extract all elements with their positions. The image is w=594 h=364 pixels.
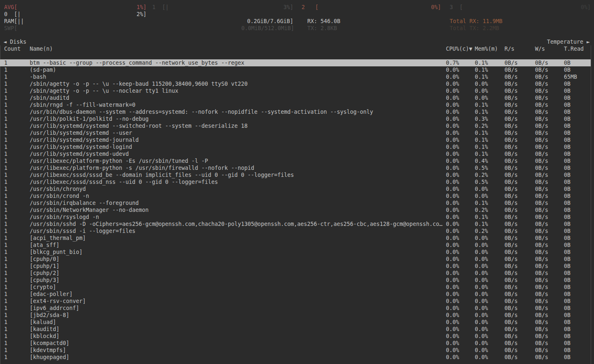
process-cpu: 0.0% — [446, 249, 459, 256]
process-rs: 0B/s — [504, 256, 518, 263]
process-row[interactable]: 1/usr/libexec/platform-python -Es /usr/s… — [0, 157, 591, 164]
process-cpu: 0.0% — [446, 242, 459, 249]
column-header-rs[interactable]: R/s — [504, 45, 514, 52]
process-count: 1 — [4, 80, 7, 87]
process-row[interactable]: 1/usr/sbin/sshd -D -oCiphers=aes256-gcm@… — [0, 221, 591, 228]
process-row[interactable]: 1[ext4-rsv-conver]0.0%0.0%0B/s0B/s0B — [0, 298, 591, 305]
process-row[interactable]: 1[cpuhp/0]0.0%0.0%0B/s0B/s0B — [0, 256, 591, 263]
process-mem: 0.0% — [475, 298, 488, 305]
process-row[interactable]: 1/usr/libexec/platform-python -s /usr/sb… — [0, 164, 591, 171]
process-row[interactable]: 1[cpuhp/3]0.0%0.0%0B/s0B/s0B — [0, 277, 591, 284]
cpu2-value: 0%] — [431, 4, 441, 11]
process-tread: 0B — [564, 270, 570, 277]
process-row[interactable]: 1btm --basic --group --process_command -… — [0, 59, 591, 66]
column-header-name[interactable]: Name(n) — [30, 45, 53, 52]
process-row[interactable]: 1-bash0.0%0.1%0B/s0B/s65MB — [0, 73, 591, 80]
process-row[interactable]: 1/usr/lib/polkit-1/polkitd --no-debug0.0… — [0, 115, 591, 122]
process-row[interactable]: 1/usr/lib/systemd/systemd-journald0.0%0.… — [0, 136, 591, 143]
process-row[interactable]: 1[crypto]0.0%0.0%0B/s0B/s0B — [0, 284, 591, 291]
process-row[interactable]: 1/usr/sbin/chronyd0.0%0.0%0B/s0B/s0B — [0, 186, 591, 193]
process-rs: 0B/s — [504, 80, 518, 87]
process-ws: 0B/s — [535, 284, 548, 291]
process-mem: 0.1% — [475, 221, 488, 228]
network-total-tx: Total TX: 2.2MB — [450, 25, 499, 32]
process-cpu: 0.0% — [446, 157, 459, 164]
process-rs: 0B/s — [504, 59, 518, 66]
process-rs: 0B/s — [504, 270, 518, 277]
process-cpu: 0.0% — [446, 108, 459, 115]
process-rs: 0B/s — [504, 326, 518, 333]
process-rs: 0B/s — [504, 235, 518, 242]
process-row[interactable]: 1/usr/lib/systemd/systemd-logind0.0%0.1%… — [0, 143, 591, 150]
process-name: -bash — [30, 73, 46, 80]
process-row[interactable]: 1/usr/sbin/irqbalance --foreground0.0%0.… — [0, 200, 591, 207]
process-row[interactable]: 1[ata_sff]0.0%0.0%0B/s0B/s0B — [0, 242, 591, 249]
column-header-tread[interactable]: T.Read — [564, 45, 584, 52]
process-row[interactable]: 1/sbin/agetty -o -p -- \u --keep-baud 11… — [0, 80, 591, 87]
process-mem: 0.0% — [475, 249, 488, 256]
column-header-ws[interactable]: W/s — [535, 45, 545, 52]
column-header-count[interactable]: Count — [4, 45, 21, 52]
process-tread: 0B — [564, 214, 570, 221]
process-name: [cpuhp/1] — [30, 263, 59, 270]
process-row[interactable]: 1/sbin/rngd -f --fill-watermark=00.0%0.1… — [0, 101, 591, 108]
process-row[interactable]: 1[cpuhp/1]0.0%0.0%0B/s0B/s0B — [0, 263, 591, 270]
process-rs: 0B/s — [504, 193, 518, 200]
process-rs: 0B/s — [504, 122, 518, 129]
process-rs: 0B/s — [504, 242, 518, 249]
process-row[interactable]: 1/usr/lib/systemd/systemd --switched-roo… — [0, 122, 591, 129]
process-count: 1 — [4, 263, 7, 270]
process-row[interactable]: 1/usr/libexec/sssd/sssd_nss --uid 0 --gi… — [0, 178, 591, 186]
tab-temperature[interactable]: Temperature ► — [547, 38, 590, 45]
process-rs: 0B/s — [504, 291, 518, 298]
process-row[interactable]: 1[khugepaged]0.0%0.0%0B/s0B/s0B — [0, 354, 591, 361]
process-row[interactable]: 1[kauditd]0.0%0.0%0B/s0B/s0B — [0, 326, 591, 333]
process-row[interactable]: 1/usr/libexec/sssd/sssd_be --domain impl… — [0, 171, 591, 178]
process-ws: 0B/s — [535, 87, 548, 94]
process-rs: 0B/s — [504, 214, 518, 221]
process-mem: 0.3% — [475, 115, 488, 122]
process-row[interactable]: 1/usr/sbin/NetworkManager --no-daemon0.0… — [0, 207, 591, 214]
process-cpu: 0.0% — [446, 354, 459, 361]
process-row[interactable]: 1/usr/sbin/sssd -i --logger=files0.0%0.2… — [0, 228, 591, 235]
process-row[interactable]: 1[cpuhp/2]0.0%0.0%0B/s0B/s0B — [0, 270, 591, 277]
process-mem: 0.0% — [475, 80, 488, 87]
process-row[interactable]: 1[jbd2/sda-8]0.0%0.0%0B/s0B/s0B — [0, 312, 591, 319]
process-row[interactable]: 1/usr/lib/systemd/systemd --user0.0%0.1%… — [0, 129, 591, 136]
process-tread: 0B — [564, 143, 570, 150]
process-cpu: 0.0% — [446, 66, 459, 73]
process-ws: 0B/s — [535, 340, 548, 347]
process-cpu: 0.0% — [446, 333, 459, 340]
process-row[interactable]: 1/sbin/auditd0.0%0.0%0B/s0B/s0B — [0, 94, 591, 101]
process-row[interactable]: 1[blkcg_punt_bio]0.0%0.0%0B/s0B/s0B — [0, 249, 591, 256]
column-header-mem[interactable]: Mem%(m) — [475, 45, 498, 52]
process-name: [kblockd] — [30, 333, 59, 340]
process-tread: 0B — [564, 221, 570, 228]
process-rs: 0B/s — [504, 340, 518, 347]
process-row[interactable]: 1[edac-poller]0.0%0.0%0B/s0B/s0B — [0, 291, 591, 298]
process-row[interactable]: 1/usr/lib/systemd/systemd-udevd0.0%0.1%0… — [0, 150, 591, 157]
process-row[interactable]: 1/usr/sbin/rsyslogd -n0.0%0.1%0B/s0B/s0B — [0, 214, 591, 221]
process-row[interactable]: 1[kblockd]0.0%0.0%0B/s0B/s0B — [0, 333, 591, 340]
process-row[interactable]: 1/usr/sbin/crond -n0.0%0.0%0B/s0B/s0B — [0, 193, 591, 200]
process-name: [cpuhp/0] — [30, 256, 59, 263]
process-row[interactable]: 1/sbin/agetty -o -p -- \u --noclear tty1… — [0, 87, 591, 94]
process-row[interactable]: 1[kaluad]0.0%0.0%0B/s0B/s0B — [0, 319, 591, 326]
process-name: /usr/sbin/chronyd — [30, 186, 86, 193]
process-row[interactable]: 1[kdevtmpfs]0.0%0.0%0B/s0B/s0B — [0, 347, 591, 354]
process-name: /usr/libexec/platform-python -Es /usr/sb… — [30, 157, 208, 164]
process-name: /sbin/auditd — [30, 94, 69, 101]
tab-disks[interactable]: ◄ Disks — [3, 38, 26, 45]
cpu1-bar-open: [| — [162, 4, 169, 11]
process-ws: 0B/s — [535, 305, 548, 312]
process-row[interactable]: 1[ipv6_addrconf]0.0%0.0%0B/s0B/s0B — [0, 305, 591, 312]
process-row[interactable]: 1(sd-pam)0.0%0.1%0B/s0B/s0B — [0, 66, 591, 73]
process-mem: 0.1% — [475, 73, 488, 80]
process-tread: 0B — [564, 256, 570, 263]
column-header-cpu[interactable]: CPU%(c)▼ — [446, 45, 472, 52]
process-row[interactable]: 1[kcompactd0]0.0%0.0%0B/s0B/s0B — [0, 340, 591, 347]
process-row[interactable]: 1[acpi_thermal_pm]0.0%0.0%0B/s0B/s0B — [0, 235, 591, 242]
process-row[interactable]: 1/usr/bin/dbus-daemon --system --address… — [0, 108, 591, 115]
process-mem: 0.0% — [475, 326, 488, 333]
process-rs: 0B/s — [504, 143, 518, 150]
